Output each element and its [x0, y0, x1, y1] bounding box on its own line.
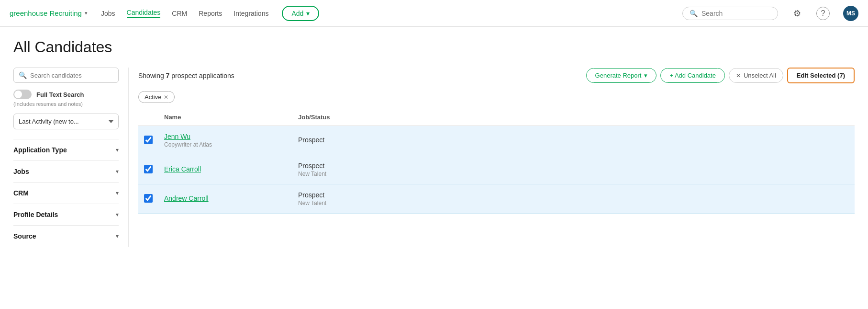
filter-application-type-chevron: ▾ — [116, 147, 119, 153]
active-filter-tag: Active ✕ — [138, 91, 175, 103]
row-checkbox[interactable] — [144, 136, 153, 144]
add-chevron-icon: ▾ — [306, 10, 310, 17]
logo-chevron-icon: ▾ — [85, 10, 88, 16]
row-checkbox-cell — [138, 155, 158, 184]
logo-brand: greenhouse — [10, 9, 47, 17]
table-body: Jenn Wu Copywriter at Atlas Prospect — [138, 126, 855, 214]
row-status-cell: Prospect — [292, 126, 855, 155]
page-title: All Candidates — [13, 38, 855, 56]
candidate-name-link[interactable]: Erica Carroll — [164, 165, 201, 173]
filter-crm-header[interactable]: CRM ▾ — [13, 183, 119, 204]
candidate-status: Prospect — [298, 191, 849, 199]
full-text-toggle[interactable] — [13, 90, 32, 99]
avatar: MS — [843, 6, 858, 21]
candidate-search-box: 🔍 — [13, 68, 119, 83]
row-checkbox-cell — [138, 126, 158, 155]
full-text-row: Full Text Search — [13, 90, 119, 99]
close-icon: ✕ — [736, 72, 741, 79]
search-icon: 🔍 — [690, 10, 698, 17]
filter-application-type-header[interactable]: Application Type ▾ — [13, 139, 119, 160]
help-button[interactable]: ? — [816, 7, 830, 20]
filter-source: Source ▾ — [13, 225, 119, 247]
col-status-header: Job/Status — [292, 109, 855, 126]
table-row: Jenn Wu Copywriter at Atlas Prospect — [138, 126, 855, 155]
col-checkbox-header — [138, 109, 158, 126]
nav-crm[interactable]: CRM — [172, 10, 187, 17]
candidate-name-link[interactable]: Jenn Wu — [164, 133, 190, 140]
row-checkbox-cell — [138, 184, 158, 214]
active-filter-remove[interactable]: ✕ — [164, 94, 168, 101]
table-row: Andrew Carroll Prospect New Talent — [138, 184, 855, 214]
row-checkbox[interactable] — [144, 165, 153, 173]
filter-jobs: Jobs ▾ — [13, 160, 119, 182]
global-search-input[interactable] — [701, 10, 771, 17]
filter-tags: Active ✕ — [138, 91, 855, 103]
col-name-header: Name — [158, 109, 292, 126]
logo-text: greenhouse Recruiting — [10, 9, 82, 17]
table-row: Erica Carroll Prospect New Talent — [138, 155, 855, 184]
add-candidate-button[interactable]: + Add Candidate — [660, 68, 725, 83]
nav-links: Jobs Candidates CRM Reports Integrations — [101, 9, 269, 18]
nav-jobs[interactable]: Jobs — [101, 10, 115, 17]
settings-button[interactable]: ⚙ — [791, 6, 803, 21]
filter-profile-details-header[interactable]: Profile Details ▾ — [13, 204, 119, 225]
row-status-cell: Prospect New Talent — [292, 184, 855, 214]
page: All Candidates 🔍 Full Text Search (Inclu… — [0, 27, 868, 247]
candidates-area: Showing 7 prospect applications Generate… — [128, 68, 855, 247]
filter-jobs-header[interactable]: Jobs ▾ — [13, 161, 119, 182]
candidates-top-bar: Showing 7 prospect applications Generate… — [138, 68, 855, 83]
sidebar: 🔍 Full Text Search (Includes resumes and… — [13, 68, 128, 247]
nav-logo: greenhouse Recruiting ▾ — [10, 9, 88, 17]
candidate-search-input[interactable] — [30, 72, 113, 79]
row-checkbox[interactable] — [144, 194, 153, 203]
candidate-subtitle: Copywriter at Atlas — [164, 141, 287, 148]
filter-crm-chevron: ▾ — [116, 190, 119, 196]
filter-source-label: Source — [13, 232, 36, 240]
generate-report-chevron-icon: ▾ — [644, 72, 647, 79]
edit-selected-button[interactable]: Edit Selected (7) — [787, 68, 855, 83]
filter-crm: CRM ▾ — [13, 182, 119, 204]
candidate-status: Prospect — [298, 136, 849, 144]
logo-product: Recruiting — [47, 9, 82, 17]
generate-report-button[interactable]: Generate Report ▾ — [586, 68, 657, 83]
unselect-all-button[interactable]: ✕ Unselect All — [729, 68, 783, 83]
table-head: Name Job/Status — [138, 109, 855, 126]
candidate-actions: Generate Report ▾ + Add Candidate ✕ Unse… — [586, 68, 855, 83]
candidate-name-link[interactable]: Andrew Carroll — [164, 195, 209, 202]
full-text-label: Full Text Search — [36, 91, 84, 98]
toggle-knob — [14, 91, 22, 98]
filter-crm-label: CRM — [13, 189, 29, 197]
filter-source-header[interactable]: Source ▾ — [13, 226, 119, 247]
filter-source-chevron: ▾ — [116, 233, 119, 240]
main-row: 🔍 Full Text Search (Includes resumes and… — [13, 68, 855, 247]
candidate-status-sub: New Talent — [298, 200, 849, 206]
global-search-wrap: 🔍 — [682, 7, 778, 20]
filter-jobs-chevron: ▾ — [116, 168, 119, 175]
row-name-cell: Erica Carroll — [158, 155, 292, 184]
top-nav: greenhouse Recruiting ▾ Jobs Candidates … — [0, 0, 868, 27]
nav-candidates[interactable]: Candidates — [127, 9, 161, 18]
filter-application-type: Application Type ▾ — [13, 139, 119, 160]
table-header-row: Name Job/Status — [138, 109, 855, 126]
filter-profile-details-chevron: ▾ — [116, 211, 119, 218]
filter-profile-details: Profile Details ▾ — [13, 204, 119, 225]
add-button[interactable]: Add ▾ — [282, 6, 319, 21]
row-name-cell: Andrew Carroll — [158, 184, 292, 214]
candidates-table: Name Job/Status Jenn Wu Copywriter at At… — [138, 109, 855, 214]
nav-integrations[interactable]: Integrations — [234, 10, 268, 17]
sort-select[interactable]: Last Activity (new to... — [13, 114, 119, 129]
filter-jobs-label: Jobs — [13, 168, 29, 175]
filter-application-type-label: Application Type — [13, 146, 67, 154]
candidate-status: Prospect — [298, 162, 849, 170]
full-text-hint: (Includes resumes and notes) — [13, 101, 119, 107]
row-name-cell: Jenn Wu Copywriter at Atlas — [158, 126, 292, 155]
row-status-cell: Prospect New Talent — [292, 155, 855, 184]
candidate-status-sub: New Talent — [298, 171, 849, 177]
nav-reports[interactable]: Reports — [199, 10, 222, 17]
filter-profile-details-label: Profile Details — [13, 211, 58, 218]
showing-text: Showing 7 prospect applications — [138, 72, 234, 80]
candidate-search-icon: 🔍 — [19, 71, 27, 79]
